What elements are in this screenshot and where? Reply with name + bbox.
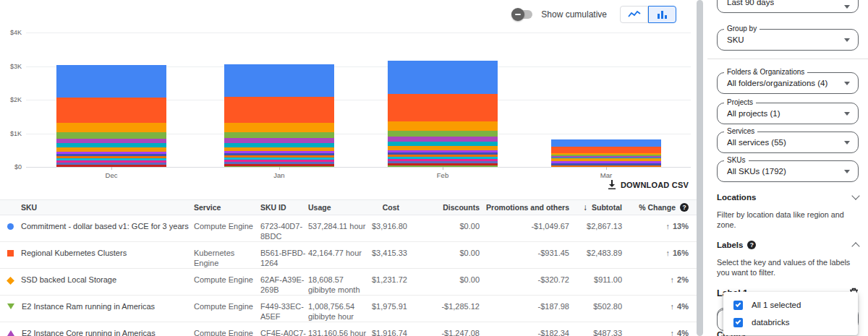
line-chart-button[interactable]	[620, 6, 648, 23]
stacked-bar-feb[interactable]	[388, 61, 498, 167]
locations-section-header[interactable]: Locations	[717, 193, 859, 202]
legend-tri-up-icon	[7, 330, 14, 336]
bar-chart-button[interactable]	[648, 6, 676, 23]
chevron-down-icon	[844, 38, 850, 42]
locations-description: Filter by location data like region and …	[717, 210, 859, 230]
vertical-scrollbar[interactable]	[697, 0, 703, 336]
gridline	[26, 33, 691, 33]
checkbox-checked-icon[interactable]	[733, 301, 743, 310]
table-row[interactable]: SSD backed Local StorageCompute Engine62…	[0, 269, 697, 296]
table-row[interactable]: E2 Instance Core running in AmericasComp…	[0, 322, 697, 336]
x-axis-tick	[606, 167, 607, 170]
x-axis-tick-label: Dec	[90, 171, 133, 179]
usage-cell: 537,284.11 hour	[308, 215, 372, 241]
sku-cell: Commitment - dollar based v1: GCE for 3 …	[0, 215, 194, 241]
toggle-knob-icon[interactable]	[511, 8, 524, 21]
cost-cell: $3,415.33	[372, 242, 405, 268]
legend-tri-down-icon	[7, 303, 14, 309]
bar-segment	[56, 150, 166, 167]
bar-segment	[551, 147, 661, 153]
service-cell: Compute Engine	[194, 296, 260, 322]
folders-organizations-dropdown[interactable]: Folders & Organizations All folders/orga…	[717, 72, 859, 94]
discounts-cell: -$1,285.12	[405, 296, 483, 322]
chevron-up-icon	[851, 242, 859, 250]
service-cell: Compute Engine	[194, 322, 260, 336]
cost-cell: $1,975.91	[372, 296, 405, 322]
usage-cell: 18,608.57 gibibyte month	[308, 269, 372, 295]
projects-dropdown[interactable]: Projects All projects (1)	[717, 103, 859, 124]
minus-icon	[515, 14, 521, 15]
column-header-service[interactable]: Service	[194, 200, 260, 215]
x-axis-tick	[443, 167, 443, 170]
percent-change-value: 4%	[677, 329, 689, 336]
download-csv-button[interactable]: DOWNLOAD CSV	[608, 180, 689, 189]
promotions-cell: -$320.72	[483, 269, 573, 295]
promotions-cell: -$931.45	[483, 242, 573, 268]
up-arrow-icon: ↑	[671, 275, 675, 284]
y-axis-tick-label: $1K	[0, 130, 22, 137]
group-by-dropdown[interactable]: Group by SKU	[717, 29, 859, 51]
column-header-discounts[interactable]: Discounts	[405, 200, 483, 215]
bar-segment	[388, 94, 498, 121]
stacked-bar-jan[interactable]	[224, 64, 334, 167]
percent-change-value: 16%	[673, 249, 689, 257]
legend-circle-icon	[7, 223, 14, 230]
discounts-cell: $0.00	[405, 215, 483, 241]
column-header-promotions[interactable]: Promotions and others	[483, 200, 573, 215]
y-axis-tick-label: $4K	[0, 29, 22, 36]
bar-segment	[56, 98, 166, 123]
help-icon[interactable]: ?	[747, 241, 756, 249]
sku-cost-table: SKU Service SKU ID Usage Cost Discounts …	[0, 199, 697, 336]
column-header-cost[interactable]: Cost	[372, 200, 405, 215]
checkbox-checked-icon[interactable]	[733, 318, 743, 327]
column-header-sku-id[interactable]: SKU ID	[260, 200, 308, 215]
chevron-down-icon	[844, 5, 850, 9]
percent-change-cell: ↑4%	[626, 322, 697, 336]
labels-section-header[interactable]: Labels ?	[717, 241, 859, 249]
percent-change-cell: ↑4%	[626, 296, 697, 322]
divider	[707, 59, 868, 59]
services-dropdown[interactable]: Services All services (55)	[717, 132, 859, 153]
column-header-usage[interactable]: Usage	[308, 200, 372, 215]
bar-segment	[388, 131, 498, 137]
table-row[interactable]: Regional Kubernetes ClustersKubernetes E…	[0, 242, 697, 269]
x-axis-tick-label: Feb	[421, 171, 464, 179]
bar-segment	[388, 121, 498, 131]
table-row[interactable]: E2 Instance Ram running in AmericasCompu…	[0, 296, 697, 322]
bar-segment	[56, 65, 166, 98]
help-icon[interactable]: ?	[680, 203, 689, 212]
sku-name: SSD backed Local Storage	[21, 275, 116, 285]
bar-chart-icon	[657, 10, 668, 19]
bar-segment	[224, 132, 334, 139]
percent-change-value: 13%	[673, 222, 689, 231]
menu-item-label: All 1 selected	[752, 301, 801, 309]
main-content: Show cumulative $4K$3K$2K$1K$0De	[0, 0, 697, 336]
sku-name: Commitment - dollar based v1: GCE for 3 …	[21, 221, 189, 231]
menu-item-label: databricks	[752, 318, 789, 327]
menu-item-databricks[interactable]: databricks	[723, 314, 858, 331]
column-header-sku[interactable]: SKU	[0, 200, 194, 215]
y-axis-tick-label: $2K	[0, 96, 22, 103]
sku-id-cell: B561-BFBD-1264	[260, 242, 308, 268]
stacked-bar-mar[interactable]	[551, 139, 661, 167]
sku-name: E2 Instance Core running in Americas	[22, 328, 156, 336]
sku-id-cell: CF4E-A0C7-E3BF	[260, 322, 308, 336]
filters-sidebar: Last 90 days Group by SKU Folders & Orga…	[707, 0, 868, 336]
column-header-change[interactable]: % Change ?	[626, 200, 697, 215]
show-cumulative-toggle[interactable]	[514, 10, 532, 19]
table-row[interactable]: Commitment - dollar based v1: GCE for 3 …	[0, 215, 697, 242]
menu-item-all-1-selected[interactable]: All 1 selected	[723, 296, 858, 314]
stacked-bar-dec[interactable]	[56, 65, 166, 167]
service-cell: Compute Engine	[194, 215, 260, 241]
show-cumulative-label: Show cumulative	[541, 9, 607, 20]
sku-id-cell: 6723-40D7-8BDC	[260, 215, 308, 241]
column-header-subtotal[interactable]: ↓ Subtotal	[573, 200, 626, 215]
chevron-down-icon	[844, 141, 850, 145]
sku-name: Regional Kubernetes Clusters	[21, 248, 127, 258]
table-body: Commitment - dollar based v1: GCE for 3 …	[0, 215, 697, 336]
usage-cell: 1,008,756.54 gibibyte hour	[308, 296, 372, 322]
skus-dropdown[interactable]: SKUs All SKUs (1792)	[717, 160, 859, 182]
subtotal-cell: $2,483.89	[573, 242, 626, 268]
time-range-dropdown[interactable]: Last 90 days	[717, 0, 859, 13]
bar-segment	[224, 123, 334, 132]
